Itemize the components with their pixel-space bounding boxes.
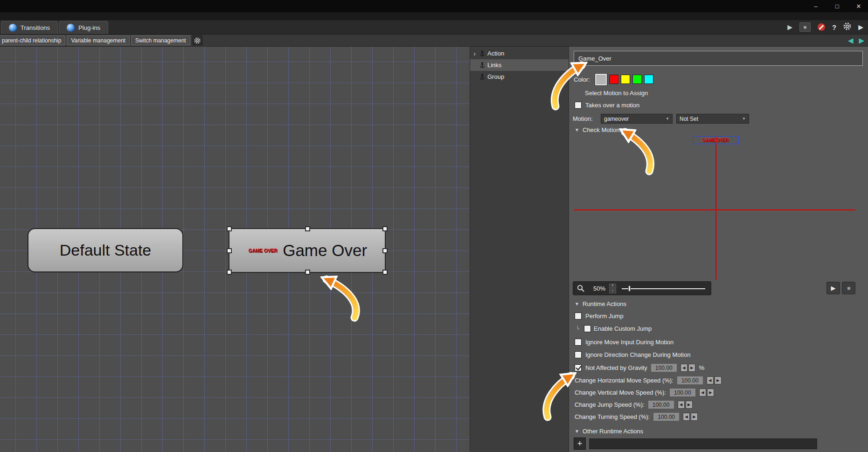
takes-over-checkbox[interactable] <box>575 102 582 109</box>
manage-settings-button[interactable] <box>193 35 202 45</box>
color-swatch-green[interactable] <box>632 75 642 84</box>
horizontal-speed-value[interactable]: 100.00 <box>677 376 703 384</box>
ignore-move-input-label: Ignore Move Input During Motion <box>585 339 674 346</box>
jump-speed-label: Change Jump Speed (%): <box>575 401 645 408</box>
stop-icon: ■ <box>804 25 807 30</box>
decrease-arrow-button[interactable]: ◀ <box>681 364 687 372</box>
preview-stop-button[interactable]: ■ <box>842 282 855 294</box>
selection-handle[interactable] <box>382 226 388 231</box>
main-toolbar: Transitions Plug-ins ▶ ■ ? ▶ <box>0 20 868 35</box>
tab-plugins-label: Plug-ins <box>78 24 100 31</box>
increase-arrow-button[interactable]: ▶ <box>707 389 714 396</box>
select-motion-label: Select Motion to Assign <box>585 90 648 97</box>
selection-handle[interactable] <box>382 248 388 253</box>
color-swatch-yellow[interactable] <box>621 75 630 84</box>
color-swatch-cyan[interactable] <box>644 75 653 84</box>
selection-handle[interactable] <box>382 270 388 275</box>
enable-custom-jump-checkbox[interactable] <box>584 325 591 332</box>
outline-item-group[interactable]: Group <box>470 71 569 83</box>
decrease-arrow-button[interactable]: ◀ <box>678 401 685 409</box>
turning-speed-value[interactable]: 100.00 <box>653 413 679 421</box>
tab-plugins[interactable]: Plug-ins <box>59 21 108 34</box>
zoom-slider[interactable] <box>620 282 707 295</box>
decrease-arrow-button[interactable]: ◀ <box>699 389 706 396</box>
settings-gear-icon[interactable] <box>843 22 851 32</box>
add-action-button[interactable]: + <box>574 438 586 450</box>
selection-handle[interactable] <box>305 270 310 275</box>
selection-handle[interactable] <box>227 248 232 253</box>
turning-speed-row: Change Turning Speed (%): 100.00 ◀ ▶ <box>575 413 698 421</box>
outline-item-action[interactable]: › Action <box>470 48 569 59</box>
increase-arrow-button[interactable]: ▶ <box>691 413 698 421</box>
motion-thumbnail: GAME OVER <box>702 138 729 143</box>
zoom-slider-thumb[interactable] <box>628 285 631 292</box>
state-node-default[interactable]: Default State <box>28 228 183 272</box>
tab-switch-management[interactable]: Switch management <box>131 35 190 45</box>
outline-item-links[interactable]: Links <box>470 59 569 71</box>
runtime-actions-header[interactable]: ▼ Runtime Actions <box>575 300 626 307</box>
motion-dropdown-secondary[interactable]: Not Set ▼ <box>676 114 749 124</box>
ignore-direction-change-row: Ignore Direction Change During Motion <box>575 351 690 358</box>
decrease-arrow-button[interactable]: ◀ <box>707 376 714 384</box>
decrease-arrow-button[interactable]: ◀ <box>683 413 690 421</box>
gravity-row: Not Affected by Gravity 100.00 ◀ ▶ % <box>575 364 704 372</box>
magnifier-icon[interactable] <box>577 285 585 292</box>
selection-handle[interactable] <box>305 226 310 231</box>
ignore-direction-change-checkbox[interactable] <box>575 351 582 358</box>
ignore-direction-change-label: Ignore Direction Change During Motion <box>585 351 690 358</box>
minimize-button[interactable]: – <box>812 3 819 10</box>
expand-chevron-icon[interactable]: › <box>472 50 477 57</box>
color-swatch-red[interactable] <box>609 75 618 84</box>
ignore-move-input-checkbox[interactable] <box>575 339 582 346</box>
perform-jump-checkbox[interactable] <box>575 313 582 320</box>
motion-row: Motion: gameover ▼ Not Set ▼ <box>573 114 749 124</box>
anchor-icon <box>479 50 485 56</box>
window-controls: – □ ✕ <box>812 0 862 12</box>
perform-jump-label: Perform Jump <box>585 313 624 320</box>
horizontal-speed-label: Change Horizontal Move Speed (%): <box>575 377 674 384</box>
preview-sprite[interactable]: GAME OVER <box>693 136 738 144</box>
color-label: Color: <box>574 76 590 83</box>
help-icon[interactable]: ? <box>832 23 836 31</box>
increase-arrow-button[interactable]: ▶ <box>715 376 722 384</box>
selection-handle[interactable] <box>227 270 232 275</box>
zoom-slider-track[interactable] <box>622 288 705 289</box>
other-runtime-actions-header[interactable]: ▼ Other Runtime Actions <box>575 428 643 435</box>
back-arrow-icon[interactable]: ◀ <box>848 37 854 44</box>
check-motion-header[interactable]: ▼ Check Motion: <box>575 126 621 133</box>
state-node-game-over[interactable]: GAME OVER Game Over <box>229 228 386 273</box>
tab-parent-child-label: parent-child relationship <box>2 37 61 44</box>
gravity-value[interactable]: 100.00 <box>651 364 677 372</box>
motion-dropdown[interactable]: gameover ▼ <box>601 114 673 124</box>
percent-suffix: % <box>699 364 705 371</box>
vertical-speed-value[interactable]: 100.00 <box>670 389 695 396</box>
anchor-icon <box>479 62 485 68</box>
forward-arrow-icon[interactable]: ▶ <box>859 37 864 44</box>
close-button[interactable]: ✕ <box>855 3 862 10</box>
other-actions-list[interactable] <box>589 438 817 449</box>
tab-parent-child-relationship[interactable]: parent-child relationship <box>0 35 65 45</box>
color-swatch-gray[interactable] <box>595 74 607 85</box>
zoom-in-button[interactable]: + <box>609 284 616 288</box>
menu-strip <box>0 12 868 20</box>
jump-speed-value[interactable]: 100.00 <box>648 401 674 409</box>
run-play-icon[interactable]: ▶ <box>787 23 792 31</box>
increase-arrow-button[interactable]: ▶ <box>688 364 695 372</box>
stop-icon: ■ <box>847 285 850 292</box>
preview-play-button[interactable]: ▶ <box>826 282 840 294</box>
maximize-button[interactable]: □ <box>833 3 841 10</box>
increase-arrow-button[interactable]: ▶ <box>686 401 693 409</box>
step-forward-icon[interactable]: ▶ <box>858 23 863 31</box>
state-name-input[interactable] <box>574 51 863 66</box>
state-node-label: Default State <box>60 241 152 259</box>
tab-transitions[interactable]: Transitions <box>1 21 58 34</box>
run-stop-button[interactable]: ■ <box>799 22 811 32</box>
play-icon: ▶ <box>831 285 836 292</box>
toolbar-right-icons: ▶ ■ ? ▶ <box>787 20 868 34</box>
debug-abort-icon[interactable] <box>818 23 825 31</box>
selection-handle[interactable] <box>227 226 232 231</box>
horizontal-speed-row: Change Horizontal Move Speed (%): 100.00… <box>575 376 722 384</box>
tab-variable-management[interactable]: Variable management <box>67 35 130 45</box>
zoom-out-button[interactable]: − <box>609 289 616 293</box>
not-affected-by-gravity-checkbox[interactable] <box>575 364 582 371</box>
